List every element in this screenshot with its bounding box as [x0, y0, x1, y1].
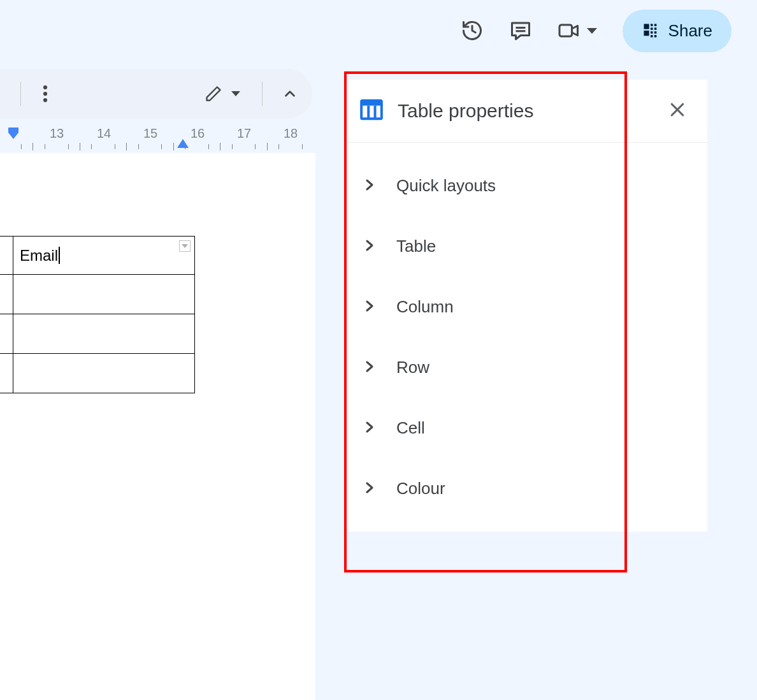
ruler-ticks — [0, 143, 325, 152]
table-cell[interactable] — [0, 275, 13, 314]
ruler-number: 16 — [191, 126, 205, 141]
svg-rect-3 — [644, 24, 649, 29]
ruler-left-indent-marker[interactable] — [4, 126, 23, 145]
svg-rect-11 — [651, 35, 653, 38]
panel-section-row[interactable]: Row — [344, 337, 707, 398]
table-row[interactable] — [0, 314, 195, 354]
share-button-label: Share — [668, 21, 712, 41]
chevron-right-icon — [362, 177, 377, 195]
panel-header: Table properties — [344, 80, 707, 143]
cell-options-dropdown[interactable] — [179, 240, 191, 252]
toolbar-divider — [262, 82, 263, 106]
pencil-icon — [205, 85, 222, 103]
svg-rect-6 — [654, 24, 656, 27]
collapse-toolbar-button[interactable] — [278, 82, 302, 106]
panel-section-colour[interactable]: Colour — [344, 458, 707, 519]
chevron-right-icon — [362, 419, 377, 437]
share-button[interactable]: Share — [623, 10, 732, 52]
panel-section-column[interactable]: Column — [344, 277, 707, 337]
table-properties-panel: Table properties Quick layouts Table Col — [344, 80, 707, 532]
svg-rect-2 — [559, 25, 572, 36]
table-cell[interactable] — [13, 275, 195, 314]
horizontal-ruler[interactable]: 13 14 15 16 17 18 — [0, 126, 325, 153]
ruler-number: 17 — [237, 126, 251, 141]
svg-point-14 — [43, 92, 47, 96]
panel-section-quick-layouts[interactable]: Quick layouts — [344, 156, 707, 216]
editing-mode-button[interactable] — [205, 85, 240, 103]
dropdown-caret-icon — [231, 91, 240, 96]
svg-rect-7 — [651, 27, 653, 30]
table-cell[interactable] — [13, 354, 195, 393]
document-table[interactable]: Email — [0, 236, 195, 393]
svg-rect-4 — [644, 31, 649, 36]
ruler-number: 13 — [50, 126, 64, 141]
table-cell[interactable] — [13, 314, 195, 354]
close-icon — [668, 100, 687, 119]
svg-point-15 — [43, 98, 47, 102]
close-panel-button[interactable] — [665, 98, 689, 124]
svg-rect-8 — [654, 27, 656, 30]
video-icon — [558, 19, 580, 42]
table-row[interactable] — [0, 275, 195, 314]
panel-title: Table properties — [398, 100, 533, 122]
svg-rect-18 — [361, 101, 382, 106]
app-header: Share — [461, 0, 757, 61]
ruler-number: 14 — [97, 126, 111, 141]
comment-icon[interactable] — [509, 19, 532, 42]
dropdown-caret-icon — [587, 28, 597, 34]
svg-rect-10 — [654, 31, 656, 33]
panel-item-label: Cell — [396, 418, 425, 438]
panel-item-label: Quick layouts — [396, 176, 496, 196]
share-icon — [642, 22, 660, 40]
table-cell[interactable] — [0, 237, 13, 275]
table-cell[interactable] — [0, 354, 13, 393]
svg-point-13 — [43, 85, 47, 89]
svg-rect-9 — [651, 31, 653, 33]
svg-rect-12 — [654, 35, 656, 38]
chevron-right-icon — [362, 238, 377, 256]
panel-body: Quick layouts Table Column Row Cell — [344, 143, 707, 532]
table-cell-text: Email — [20, 247, 60, 264]
panel-section-table[interactable]: Table — [344, 216, 707, 277]
svg-rect-16 — [8, 128, 18, 133]
chevron-right-icon — [362, 298, 377, 316]
table-cell[interactable] — [0, 314, 13, 354]
document-page[interactable]: Email — [0, 153, 315, 700]
panel-section-cell[interactable]: Cell — [344, 398, 707, 458]
more-options-button[interactable] — [39, 80, 52, 107]
ruler-number: 18 — [284, 126, 298, 141]
panel-item-label: Table — [396, 237, 436, 256]
toolbar — [0, 69, 312, 119]
video-call-button[interactable] — [558, 19, 597, 42]
history-icon[interactable] — [461, 19, 484, 42]
table-row[interactable] — [0, 354, 195, 393]
ruler-right-indent-marker[interactable] — [176, 136, 190, 152]
panel-item-label: Row — [396, 358, 429, 377]
ruler-number: 15 — [143, 126, 157, 141]
toolbar-divider — [20, 82, 21, 106]
table-cell[interactable]: Email — [13, 237, 195, 275]
panel-item-label: Colour — [396, 479, 445, 499]
table-icon — [359, 98, 384, 124]
panel-item-label: Column — [396, 297, 454, 317]
chevron-right-icon — [362, 359, 377, 377]
table-row[interactable]: Email — [0, 237, 195, 275]
chevron-right-icon — [362, 480, 377, 498]
svg-rect-5 — [651, 24, 653, 27]
